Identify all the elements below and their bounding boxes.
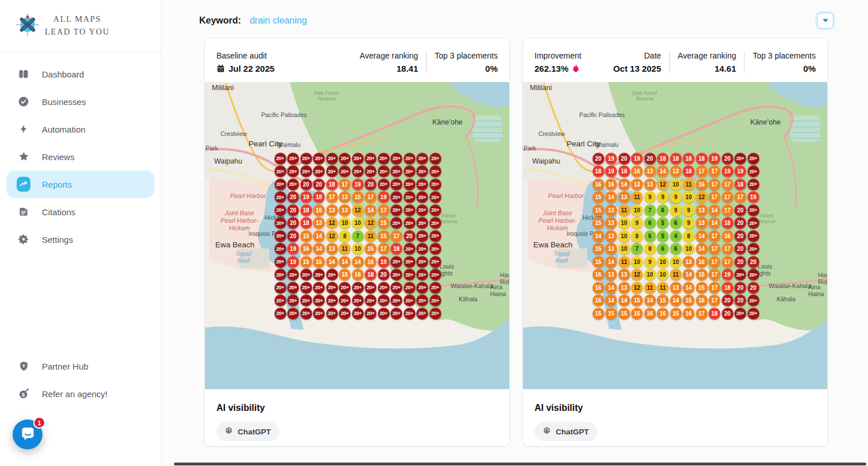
rank-pin[interactable]: 18 (592, 165, 604, 177)
rank-pin[interactable]: 17 (722, 178, 734, 191)
rank-pin[interactable]: 12 (326, 217, 338, 229)
rank-pin[interactable]: 20+ (404, 217, 416, 229)
chatgpt-chip[interactable]: ChatGPT (216, 422, 279, 441)
rank-pin[interactable]: 9 (644, 256, 656, 268)
rank-pin[interactable]: 11 (657, 282, 669, 294)
rank-pin[interactable]: 18 (390, 243, 402, 255)
rank-pin[interactable]: 20+ (287, 178, 299, 191)
rank-pin[interactable]: 12 (631, 269, 643, 281)
rank-pin[interactable]: 20+ (313, 294, 325, 306)
rank-pin[interactable]: 17 (708, 282, 720, 294)
rank-pin[interactable]: 20+ (429, 191, 441, 203)
rank-pin[interactable]: 10 (631, 204, 643, 216)
rank-pin[interactable]: 6 (644, 217, 656, 229)
rank-pin[interactable]: 20+ (429, 204, 441, 216)
rank-pin[interactable]: 6 (657, 243, 669, 255)
rank-pin[interactable]: 19 (605, 153, 617, 165)
rank-pin[interactable]: 14 (708, 204, 720, 216)
rank-pin[interactable]: 16 (300, 243, 312, 255)
rank-pin[interactable]: 14 (708, 217, 720, 229)
rank-pin[interactable]: 20+ (390, 269, 402, 281)
rank-pin[interactable]: 12 (326, 230, 338, 242)
rank-pin[interactable]: 20+ (274, 243, 286, 255)
rank-pin[interactable]: 20+ (274, 165, 286, 177)
chat-launcher-button[interactable]: 1 (13, 420, 42, 449)
rank-pin[interactable]: 10 (670, 178, 682, 191)
rank-pin[interactable]: 11 (670, 269, 682, 281)
rank-pin[interactable]: 13 (605, 217, 617, 229)
sidebar-item-reports[interactable]: Reports (6, 170, 154, 198)
rank-pin[interactable]: 20+ (429, 282, 441, 294)
rank-pin[interactable]: 20+ (416, 178, 428, 191)
rank-pin[interactable]: 20+ (274, 230, 286, 242)
rank-pin[interactable]: 20+ (339, 165, 351, 177)
rank-pin[interactable]: 13 (696, 204, 708, 216)
rank-pin[interactable]: 17 (696, 165, 708, 177)
rank-pin[interactable]: 20+ (390, 165, 402, 177)
rank-pin[interactable]: 9 (670, 191, 682, 203)
rank-pin[interactable]: 20 (365, 178, 377, 191)
rank-pin[interactable]: 11 (365, 230, 377, 242)
rank-pin[interactable]: 15 (339, 269, 351, 281)
rank-pin[interactable]: 20+ (287, 153, 299, 165)
rank-pin[interactable]: 19 (747, 191, 760, 203)
rank-pin[interactable]: 14 (592, 230, 604, 242)
rank-pin[interactable]: 20+ (390, 294, 402, 306)
keyword-link[interactable]: drain cleaning (250, 15, 307, 25)
rank-pin[interactable]: 20+ (747, 153, 760, 165)
rank-pin[interactable]: 20+ (747, 165, 760, 177)
rank-pin[interactable]: 15 (365, 243, 377, 255)
rank-pin[interactable]: 13 (339, 191, 351, 203)
rank-pin[interactable]: 7 (631, 243, 643, 255)
rank-pin[interactable]: 20+ (352, 165, 364, 177)
rank-pin[interactable]: 20+ (339, 153, 351, 165)
rank-pin[interactable]: 17 (696, 308, 708, 320)
rank-pin[interactable]: 20+ (429, 256, 441, 268)
rank-pin[interactable]: 17 (708, 191, 720, 203)
rank-pin[interactable]: 20+ (300, 165, 312, 177)
rank-pin[interactable]: 17 (378, 204, 390, 216)
rank-pin[interactable]: 20+ (274, 217, 286, 229)
rank-pin[interactable]: 17 (390, 230, 402, 242)
rank-pin[interactable]: 15 (378, 217, 390, 229)
rank-pin[interactable]: 19 (378, 256, 390, 268)
rank-pin[interactable]: 13 (644, 178, 656, 191)
rank-pin[interactable]: 19 (708, 153, 720, 165)
rank-pin[interactable]: 6 (670, 217, 682, 229)
rank-pin[interactable]: 20+ (390, 217, 402, 229)
rank-pin[interactable]: 19 (734, 165, 746, 177)
rank-pin[interactable]: 12 (365, 217, 377, 229)
rank-pin[interactable]: 15 (313, 256, 325, 268)
rank-pin[interactable]: 20 (747, 282, 760, 294)
rank-pin[interactable]: 16 (696, 294, 708, 306)
sidebar-item-refer-agency[interactable]: $Refer an agency! (6, 380, 154, 407)
rank-pin[interactable]: 16 (631, 165, 643, 177)
rank-pin[interactable]: 16 (696, 256, 708, 268)
rank-pin[interactable]: 13 (618, 269, 630, 281)
rank-pin[interactable]: 13 (670, 165, 682, 177)
rank-pin[interactable]: 8 (631, 230, 643, 242)
sidebar-item-businesses[interactable]: Businesses (6, 88, 154, 115)
rank-pin[interactable]: 20 (287, 217, 299, 229)
rank-pin[interactable]: 20+ (300, 308, 312, 320)
rank-pin[interactable]: 20+ (313, 153, 325, 165)
rank-pin[interactable]: 11 (618, 204, 630, 216)
rank-pin[interactable]: 12 (696, 191, 708, 203)
rank-pin[interactable]: 20+ (326, 308, 338, 320)
rank-pin[interactable]: 20+ (429, 217, 441, 229)
rank-pin[interactable]: 20 (734, 294, 746, 306)
rank-pin[interactable]: 20+ (429, 230, 441, 242)
sidebar-item-citations[interactable]: Citations (6, 198, 154, 226)
rank-pin[interactable]: 20+ (378, 153, 390, 165)
rank-pin[interactable]: 12 (631, 282, 643, 294)
rank-pin[interactable]: 8 (683, 230, 695, 242)
rank-pin[interactable]: 20+ (313, 282, 325, 294)
rank-pin[interactable]: 20+ (300, 282, 312, 294)
rank-pin[interactable]: 10 (352, 217, 364, 229)
rank-pin[interactable]: 20+ (287, 294, 299, 306)
rank-pin[interactable]: 13 (313, 217, 325, 229)
rank-pin[interactable]: 19 (300, 191, 312, 203)
rank-pin[interactable]: 20+ (404, 204, 416, 216)
rank-pin[interactable]: 20+ (274, 191, 286, 203)
rank-pin[interactable]: 13 (683, 256, 695, 268)
